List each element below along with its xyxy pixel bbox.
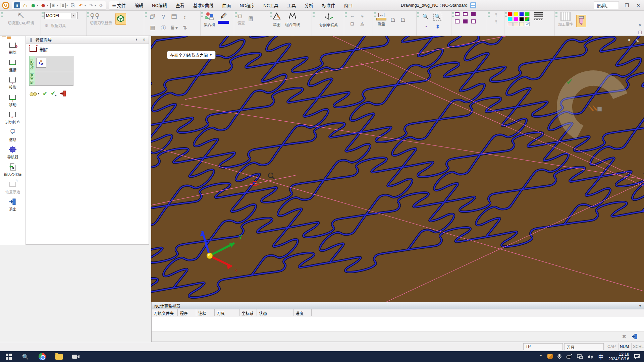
swatch-pale1[interactable] — [508, 22, 513, 26]
action-center-icon[interactable] — [634, 354, 640, 359]
paste-icon[interactable]: ⎘ — [70, 2, 76, 8]
col-status[interactable]: 状态 — [257, 309, 293, 316]
minimize-button[interactable]: – — [610, 0, 621, 10]
sidebar-item-info[interactable]: 🗩 信息 — [0, 128, 25, 142]
tool-display-button[interactable] — [576, 15, 586, 27]
help-icon[interactable]: ? — [162, 13, 165, 21]
open-folder-icon[interactable]: 🗀 — [22, 2, 28, 8]
display-options-button[interactable]: ▾ — [30, 91, 39, 96]
view-right-icon[interactable] — [455, 19, 460, 23]
assembly-tree-icon[interactable] — [205, 12, 214, 20]
col-comment[interactable]: 注释 — [196, 309, 215, 316]
apply-button[interactable]: ✔ — [51, 90, 57, 97]
edit-mode-dropdown[interactable]: 在两个刀轨节点之间 ▼ — [167, 51, 216, 59]
swatch-gradient[interactable] — [525, 17, 530, 21]
composite-curve-icon[interactable] — [288, 12, 297, 20]
explorer-taskbar-icon[interactable] — [52, 351, 66, 362]
window-layout-icon[interactable]: 🗖 — [171, 13, 177, 21]
model-combobox-caret-icon[interactable]: ▼ — [71, 13, 76, 18]
record-caret-icon[interactable]: ▾ — [66, 4, 68, 7]
image-caret-icon[interactable]: ▾ — [57, 4, 58, 7]
col-program[interactable]: 程序 — [178, 309, 196, 316]
col-csys[interactable]: 坐标系 — [239, 309, 257, 316]
swatch-cyan[interactable] — [508, 17, 513, 21]
swatch-black[interactable] — [519, 17, 524, 21]
image-record-icon[interactable]: ▦ — [60, 3, 66, 8]
view-left-icon[interactable] — [471, 19, 476, 23]
session-icon[interactable]: ⬣ — [40, 2, 46, 8]
tray-expand-icon[interactable]: ⌃ — [539, 354, 543, 359]
image-capture-icon[interactable]: ▣ — [50, 3, 56, 8]
sidebar-item-import-gcode[interactable]: G 输入G代码 — [0, 163, 25, 177]
monitor-exit-icon[interactable] — [632, 334, 638, 340]
swatch-pale3[interactable] — [519, 22, 524, 26]
swatch-pale2[interactable] — [514, 22, 518, 26]
close-button[interactable]: ✕ — [633, 0, 644, 10]
swatch-green[interactable] — [525, 12, 530, 16]
session-caret-icon[interactable]: ▾ — [47, 4, 48, 7]
ime-indicator[interactable]: 中 — [598, 353, 603, 361]
menu-file[interactable]: 文件 — [113, 0, 130, 10]
eyedropper-icon[interactable]: 🖊 — [525, 22, 530, 26]
view-back-icon[interactable] — [463, 19, 468, 23]
ok-button[interactable]: ✔ — [43, 90, 47, 97]
col-tool[interactable]: 刀具 — [215, 309, 239, 316]
line-style-list[interactable] — [534, 12, 543, 26]
start-point-field[interactable] — [35, 56, 73, 72]
save-icon[interactable]: ▮ — [14, 2, 20, 8]
col-progress[interactable]: 进度 — [293, 309, 312, 316]
panel-layout-icons[interactable] — [2, 37, 11, 39]
pan-view-icon[interactable]: ⬍ — [435, 23, 440, 31]
dish-tray-icon[interactable] — [566, 354, 572, 359]
start-button[interactable] — [2, 351, 15, 362]
menu-nc-tools[interactable]: NC工具 — [259, 0, 283, 10]
menu-view[interactable]: 查看 — [171, 0, 189, 10]
taskbar-search-icon[interactable]: 🔍 — [19, 351, 32, 362]
pick-cursor-button[interactable] — [36, 58, 46, 68]
taskbar-clock[interactable]: 12:18 2024/10/16 — [608, 352, 629, 361]
model-combobox[interactable]: MODEL ▼ — [44, 12, 78, 19]
line-color-swatch[interactable] — [218, 21, 229, 24]
swatch-red[interactable] — [508, 12, 513, 16]
sidebar-item-delete[interactable]: ⊗ 删除 — [0, 41, 25, 55]
undo-icon[interactable]: ↶ — [78, 2, 84, 8]
zoom-window-icon[interactable]: 🔍 — [422, 13, 429, 20]
swatch-yellow[interactable] — [514, 12, 518, 16]
monitor-list-area[interactable] — [152, 316, 644, 332]
list-panel-icon[interactable]: 🗇 — [150, 13, 156, 21]
menu-window[interactable]: 窗口 — [339, 0, 357, 10]
menu-datum-curve[interactable]: 基准&曲线 — [189, 0, 218, 10]
cancel-exit-button[interactable] — [60, 90, 67, 97]
machine-icon[interactable]: 🖩▾ — [170, 24, 178, 32]
section-view-icon[interactable]: ◔ — [424, 23, 427, 31]
title-search-icon[interactable]: 🔍 — [599, 0, 610, 10]
undo-caret-icon[interactable]: ▾ — [85, 4, 86, 7]
doc-restore-icon[interactable]: ❐ — [638, 30, 642, 35]
sidebar-item-navigator[interactable]: 导航器 — [0, 145, 25, 160]
menu-nc-edit[interactable]: NC编辑 — [148, 0, 171, 10]
monitor-collapse-icon[interactable]: ▾ — [639, 304, 641, 308]
color-palette[interactable]: 🖊 — [508, 12, 530, 26]
restore-button[interactable]: ❐ — [621, 0, 633, 10]
view-top-icon[interactable] — [463, 12, 468, 16]
microphone-tray-icon[interactable] — [557, 354, 561, 359]
camera-app-icon[interactable] — [69, 351, 83, 362]
copy-csys-icon[interactable] — [324, 12, 334, 21]
swatch-blue[interactable] — [519, 12, 524, 16]
arrow-order-icon[interactable]: ⇅ — [183, 24, 187, 32]
col-toolpath-folder[interactable]: 刀轨文件夹 — [152, 309, 178, 316]
curve-flow-icon[interactable]: 🖉 — [220, 12, 227, 19]
menu-edit[interactable]: 编辑 — [130, 0, 148, 10]
panel-close-icon[interactable]: ✕ — [141, 37, 147, 43]
chrome-taskbar-icon[interactable] — [36, 351, 49, 362]
doc-close-icon[interactable]: ✕ — [638, 23, 642, 28]
menu-surface[interactable]: 曲面 — [218, 0, 235, 10]
network-tray-icon[interactable] — [577, 354, 583, 359]
shade-cube-button[interactable] — [115, 13, 126, 25]
sketch-icon[interactable] — [272, 12, 281, 20]
sidebar-item-connect[interactable]: 连接 — [0, 58, 25, 72]
new-part-caret-icon[interactable]: ▾ — [37, 4, 38, 7]
pin-icon[interactable]: 🖈 — [134, 37, 139, 43]
sidebar-item-project[interactable]: ↓ 投影 — [0, 75, 25, 90]
menu-tools[interactable]: 工具 — [283, 0, 300, 10]
